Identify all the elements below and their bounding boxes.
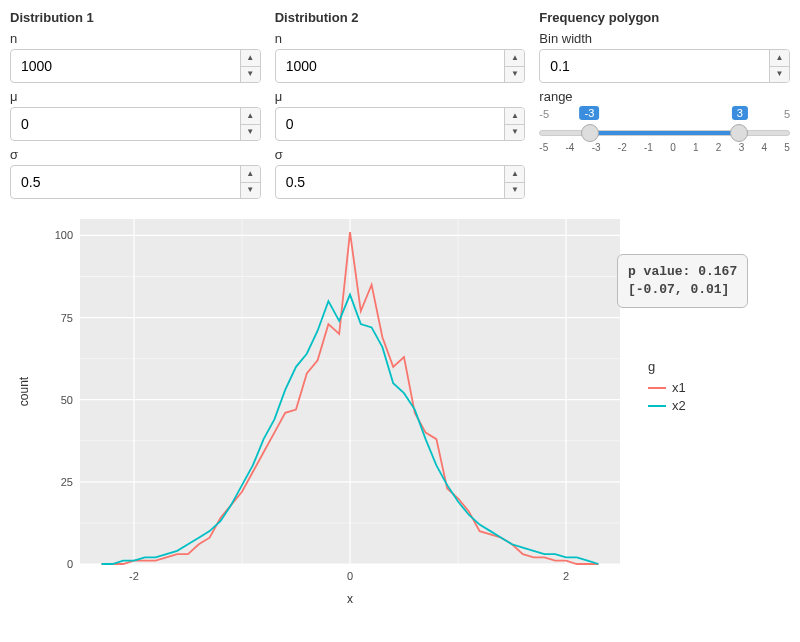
svg-text:0: 0 bbox=[347, 570, 353, 582]
dist2-sigma-label: σ bbox=[275, 147, 526, 162]
dist2-n-field[interactable] bbox=[276, 50, 505, 82]
frequency-polygon-chart: 0255075100-202xcount bbox=[10, 209, 630, 609]
freq-binwidth-input[interactable]: ▲ ▼ bbox=[539, 49, 790, 83]
dist1-mu-up[interactable]: ▲ bbox=[241, 108, 260, 125]
dist1-sigma-label: σ bbox=[10, 147, 261, 162]
slider-track[interactable] bbox=[539, 130, 790, 136]
stats-line2: [-0.07, 0.01] bbox=[628, 281, 737, 299]
dist2-sigma-down[interactable]: ▼ bbox=[505, 183, 524, 199]
svg-text:x: x bbox=[347, 592, 353, 606]
dist2-n-up[interactable]: ▲ bbox=[505, 50, 524, 67]
plot-box: 0255075100-202xcount bbox=[10, 209, 630, 612]
freq-binwidth-spin: ▲ ▼ bbox=[769, 50, 789, 82]
dist2-sigma-up[interactable]: ▲ bbox=[505, 166, 524, 183]
slider-handle-high[interactable] bbox=[730, 124, 748, 142]
dist2-sigma-spin: ▲ ▼ bbox=[504, 166, 524, 198]
svg-text:0: 0 bbox=[67, 558, 73, 570]
dist2-mu-label: μ bbox=[275, 89, 526, 104]
dist1-n-label: n bbox=[10, 31, 261, 46]
dist2-mu-up[interactable]: ▲ bbox=[505, 108, 524, 125]
svg-text:50: 50 bbox=[61, 394, 73, 406]
dist2-mu-input[interactable]: ▲ ▼ bbox=[275, 107, 526, 141]
legend-item-x1: x1 bbox=[648, 380, 686, 395]
legend-swatch-x2 bbox=[648, 405, 666, 407]
svg-text:2: 2 bbox=[563, 570, 569, 582]
legend-title: g bbox=[648, 359, 686, 374]
legend-label-x1: x1 bbox=[672, 380, 686, 395]
stats-box: p value: 0.167 [-0.07, 0.01] bbox=[617, 254, 748, 308]
svg-text:-2: -2 bbox=[129, 570, 139, 582]
dist1-mu-spin: ▲ ▼ bbox=[240, 108, 260, 140]
legend-swatch-x1 bbox=[648, 387, 666, 389]
controls-row: Distribution 1 n ▲ ▼ μ ▲ ▼ σ ▲ ▼ bbox=[10, 10, 790, 199]
dist1-n-input[interactable]: ▲ ▼ bbox=[10, 49, 261, 83]
slider-fill bbox=[590, 131, 739, 135]
dist1-n-down[interactable]: ▼ bbox=[241, 67, 260, 83]
dist1-sigma-field[interactable] bbox=[11, 166, 240, 198]
legend: g x1 x2 bbox=[648, 359, 686, 416]
dist2-mu-spin: ▲ ▼ bbox=[504, 108, 524, 140]
dist2-heading: Distribution 2 bbox=[275, 10, 526, 25]
legend-item-x2: x2 bbox=[648, 398, 686, 413]
dist2-column: Distribution 2 n ▲ ▼ μ ▲ ▼ σ ▲ ▼ bbox=[275, 10, 526, 199]
dist2-mu-down[interactable]: ▼ bbox=[505, 125, 524, 141]
range-max-label: 5 bbox=[784, 108, 790, 120]
freq-heading: Frequency polygon bbox=[539, 10, 790, 25]
dist1-heading: Distribution 1 bbox=[10, 10, 261, 25]
range-slider[interactable]: -5 5 -3 3 -5 -4 -3 -2 -1 0 1 2 3 4 5 bbox=[539, 108, 790, 162]
dist1-mu-field[interactable] bbox=[11, 108, 240, 140]
slider-handle-low[interactable] bbox=[581, 124, 599, 142]
svg-text:75: 75 bbox=[61, 312, 73, 324]
dist2-sigma-input[interactable]: ▲ ▼ bbox=[275, 165, 526, 199]
svg-text:25: 25 bbox=[61, 476, 73, 488]
dist1-mu-input[interactable]: ▲ ▼ bbox=[10, 107, 261, 141]
dist2-n-label: n bbox=[275, 31, 526, 46]
range-low-flag: -3 bbox=[580, 106, 600, 120]
dist1-column: Distribution 1 n ▲ ▼ μ ▲ ▼ σ ▲ ▼ bbox=[10, 10, 261, 199]
dist1-sigma-down[interactable]: ▼ bbox=[241, 183, 260, 199]
dist2-mu-field[interactable] bbox=[276, 108, 505, 140]
dist2-n-spin: ▲ ▼ bbox=[504, 50, 524, 82]
freq-range-label: range bbox=[539, 89, 790, 104]
dist2-n-down[interactable]: ▼ bbox=[505, 67, 524, 83]
freq-binwidth-down[interactable]: ▼ bbox=[770, 67, 789, 83]
svg-text:count: count bbox=[17, 376, 31, 406]
dist1-n-up[interactable]: ▲ bbox=[241, 50, 260, 67]
freq-column: Frequency polygon Bin width ▲ ▼ range -5… bbox=[539, 10, 790, 199]
svg-text:100: 100 bbox=[55, 229, 73, 241]
dist1-sigma-up[interactable]: ▲ bbox=[241, 166, 260, 183]
dist1-n-spin: ▲ ▼ bbox=[240, 50, 260, 82]
freq-binwidth-field[interactable] bbox=[540, 50, 769, 82]
freq-binwidth-up[interactable]: ▲ bbox=[770, 50, 789, 67]
dist1-sigma-spin: ▲ ▼ bbox=[240, 166, 260, 198]
stats-line1: p value: 0.167 bbox=[628, 263, 737, 281]
legend-label-x2: x2 bbox=[672, 398, 686, 413]
freq-binwidth-label: Bin width bbox=[539, 31, 790, 46]
dist1-mu-label: μ bbox=[10, 89, 261, 104]
range-min-label: -5 bbox=[539, 108, 549, 120]
dist2-sigma-field[interactable] bbox=[276, 166, 505, 198]
dist1-sigma-input[interactable]: ▲ ▼ bbox=[10, 165, 261, 199]
slider-ticks: -5 -4 -3 -2 -1 0 1 2 3 4 5 bbox=[539, 142, 790, 153]
dist1-n-field[interactable] bbox=[11, 50, 240, 82]
range-high-flag: 3 bbox=[732, 106, 748, 120]
dist2-n-input[interactable]: ▲ ▼ bbox=[275, 49, 526, 83]
dist1-mu-down[interactable]: ▼ bbox=[241, 125, 260, 141]
